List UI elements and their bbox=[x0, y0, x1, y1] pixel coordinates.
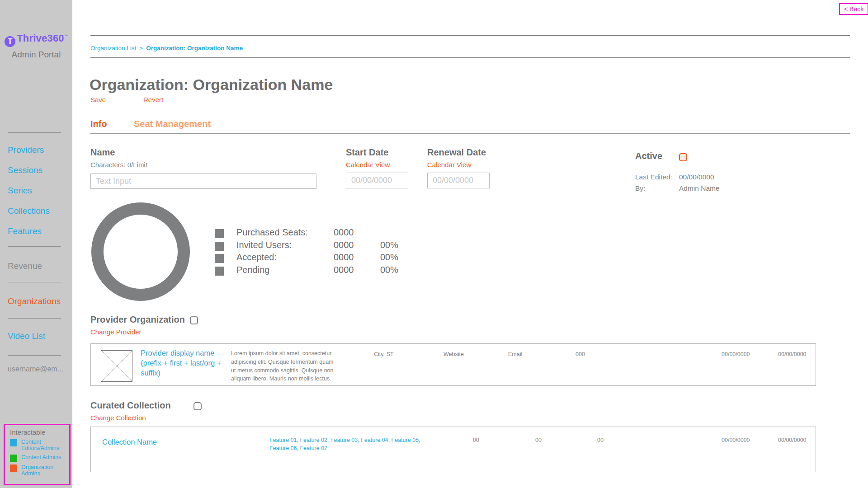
collection-count-2: 00 bbox=[535, 437, 542, 443]
sidebar-divider bbox=[8, 318, 61, 319]
pending-value: 0000 bbox=[334, 265, 368, 277]
name-input[interactable] bbox=[90, 174, 316, 189]
accepted-swatch-icon bbox=[215, 254, 224, 263]
provider-display-name-link[interactable]: Provider display name (prefix + first + … bbox=[141, 348, 226, 378]
blue-swatch-icon bbox=[10, 439, 17, 446]
sidebar: TThrive360™ Admin Portal Providers Sessi… bbox=[0, 0, 72, 488]
sidebar-item-revenue[interactable]: Revenue bbox=[8, 261, 42, 271]
username-display: username@em... bbox=[8, 365, 63, 373]
tab-underline bbox=[90, 133, 850, 134]
pending-pct: 00% bbox=[380, 265, 407, 277]
legend-label: Organization Admins bbox=[21, 464, 69, 477]
invited-users-pct: 00% bbox=[380, 240, 407, 253]
purchased-seats-value: 0000 bbox=[334, 227, 368, 240]
invited-users-swatch-icon bbox=[215, 242, 224, 251]
provider-description: Lorem ipsum dolor sit amet, consectetur … bbox=[231, 349, 340, 383]
breadcrumb: Organization List>Organization: Organiza… bbox=[90, 45, 243, 52]
green-swatch-icon bbox=[10, 455, 17, 462]
pending-label: Pending bbox=[236, 265, 321, 277]
logo-text: Thrive360 bbox=[17, 33, 64, 44]
start-date-calendar-view-link[interactable]: Calendar View bbox=[346, 161, 390, 169]
last-edited-label: Last Edited: bbox=[635, 173, 672, 181]
curated-collection-label: Curated Collection bbox=[90, 400, 171, 411]
legend-label: Content Editors/Admins bbox=[21, 439, 69, 452]
accepted-value: 0000 bbox=[334, 252, 368, 265]
tab-info[interactable]: Info bbox=[90, 119, 107, 129]
sidebar-item-providers[interactable]: Providers bbox=[8, 145, 44, 155]
purchased-seats-pct bbox=[380, 227, 407, 240]
image-placeholder-icon bbox=[101, 350, 132, 382]
sidebar-item-collections[interactable]: Collections bbox=[8, 206, 50, 216]
back-button[interactable]: < Back bbox=[839, 3, 868, 15]
provider-location: City, ST bbox=[374, 351, 394, 357]
portal-subtitle: Admin Portal bbox=[0, 50, 72, 60]
sidebar-item-series[interactable]: Series bbox=[8, 186, 32, 196]
legend-item-content-editors: Content Editors/Admins bbox=[10, 439, 69, 452]
start-date-input[interactable] bbox=[346, 173, 408, 188]
breadcrumb-current: Organization: Organization Name bbox=[146, 45, 243, 52]
legend-label: Content Admins bbox=[21, 454, 61, 460]
renewal-date-input[interactable] bbox=[427, 173, 490, 188]
accepted-label: Accepted: bbox=[236, 252, 321, 265]
character-count: Characters: 0/Limit bbox=[90, 161, 147, 169]
pending-swatch-icon bbox=[215, 267, 224, 276]
provider-date-1: 00/00/0000 bbox=[722, 351, 750, 357]
change-provider-link[interactable]: Change Provider bbox=[90, 328, 142, 336]
invited-users-value: 0000 bbox=[334, 240, 368, 253]
legend-item-content-admins: Content Admins bbox=[10, 454, 69, 462]
save-button[interactable]: Save bbox=[90, 96, 106, 103]
collection-card: Collection Name Feature 01, Feature 02, … bbox=[90, 427, 816, 472]
invited-users-label: Invited Users: bbox=[236, 240, 321, 253]
provider-organization-label: Provider Organization bbox=[90, 314, 185, 325]
sidebar-divider bbox=[8, 132, 61, 133]
revert-button[interactable]: Revert bbox=[143, 96, 163, 103]
divider bbox=[90, 35, 850, 36]
sidebar-divider bbox=[8, 246, 61, 247]
collection-count-3: 00 bbox=[597, 437, 604, 443]
seats-legend: Purchased Seats: 0000 Invited Users: 000… bbox=[215, 227, 407, 277]
provider-card: Provider display name (prefix + first + … bbox=[90, 343, 816, 386]
sidebar-item-video-list[interactable]: Video List bbox=[8, 331, 45, 341]
provider-email: Email bbox=[508, 351, 522, 357]
collection-count-1: 00 bbox=[473, 437, 479, 443]
change-collection-link[interactable]: Change Collection bbox=[90, 414, 146, 422]
tab-seat-management[interactable]: Seat Management bbox=[134, 119, 211, 129]
seats-donut-chart bbox=[91, 202, 190, 301]
sidebar-item-sessions[interactable]: Sessions bbox=[8, 165, 42, 175]
provider-count: 000 bbox=[576, 351, 585, 357]
trademark-symbol: ™ bbox=[64, 34, 68, 38]
name-field-label: Name bbox=[90, 147, 115, 158]
edited-by-value: Admin Name bbox=[679, 184, 720, 192]
accepted-pct: 00% bbox=[380, 252, 407, 265]
active-checkbox[interactable] bbox=[679, 153, 687, 161]
collection-features-links[interactable]: Feature 01, Feature 02, Feature 03, Feat… bbox=[269, 436, 437, 452]
breadcrumb-separator: > bbox=[139, 45, 143, 52]
legend-item-organization-admins: Organization Admins bbox=[10, 464, 69, 477]
purchased-seats-swatch-icon bbox=[215, 229, 224, 238]
divider bbox=[90, 57, 850, 58]
provider-organization-checkbox[interactable] bbox=[190, 316, 198, 324]
thrive360-logo-icon: T bbox=[5, 36, 15, 47]
interactable-legend: Interactable Content Editors/Admins Cont… bbox=[4, 424, 71, 485]
breadcrumb-organization-list-link[interactable]: Organization List bbox=[90, 45, 136, 52]
provider-date-2: 00/00/0000 bbox=[778, 351, 807, 357]
legend-title: Interactable bbox=[10, 428, 69, 436]
renewal-date-calendar-view-link[interactable]: Calendar View bbox=[427, 161, 471, 169]
page-title: Organization: Organization Name bbox=[90, 76, 333, 94]
sidebar-divider bbox=[8, 282, 61, 282]
start-date-label: Start Date bbox=[346, 147, 388, 158]
sidebar-item-features[interactable]: Features bbox=[8, 226, 42, 236]
curated-collection-checkbox[interactable] bbox=[193, 402, 202, 410]
collection-date-2: 00/00/0000 bbox=[778, 437, 807, 443]
sidebar-divider bbox=[8, 355, 61, 356]
purchased-seats-label: Purchased Seats: bbox=[236, 227, 321, 240]
active-label: Active bbox=[635, 151, 662, 161]
sidebar-item-organizations[interactable]: Organizations bbox=[8, 296, 61, 306]
edited-by-label: By: bbox=[635, 184, 645, 192]
renewal-date-label: Renewal Date bbox=[427, 147, 486, 158]
last-edited-value: 00/00/0000 bbox=[679, 173, 714, 181]
provider-website: Website bbox=[443, 351, 464, 357]
collection-name-link[interactable]: Collection Name bbox=[102, 438, 157, 446]
thrive360-logo[interactable]: TThrive360™ bbox=[0, 33, 72, 47]
orange-swatch-icon bbox=[10, 465, 17, 472]
